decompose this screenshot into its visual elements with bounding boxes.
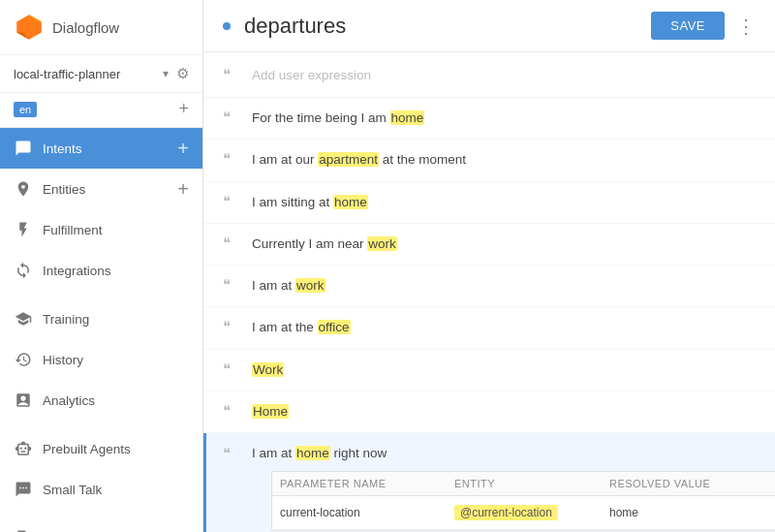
integrations-label: Integrations xyxy=(43,264,189,278)
expressions-list: ❝ Add user expression ❝ For the time bei… xyxy=(203,52,775,532)
expression-row[interactable]: ❝ Home xyxy=(203,391,775,433)
expression-row[interactable]: ❝ I am at our apartment at the moment xyxy=(203,140,775,181)
save-button[interactable]: SAVE xyxy=(651,12,725,40)
param-header-name: PARAMETER NAME xyxy=(280,478,454,489)
quote-icon: ❝ xyxy=(223,193,240,210)
expression-text: I am at the office xyxy=(252,318,756,337)
add-expression-row[interactable]: ❝ Add user expression xyxy=(203,52,775,98)
dialogflow-logo xyxy=(14,12,45,43)
prebuilt-agents-label: Prebuilt Agents xyxy=(43,442,189,456)
highlight-work: work xyxy=(367,236,397,251)
expression-text: For the time being I am home xyxy=(252,109,756,128)
expression-row[interactable]: ❝ Currently I am near work xyxy=(203,224,775,266)
param-header-entity: ENTITY xyxy=(454,478,609,489)
agent-row[interactable]: local-traffic-planner ▾ ⚙ xyxy=(0,55,202,93)
quote-icon: ❝ xyxy=(223,109,240,126)
param-entity-value: @current-location xyxy=(454,506,609,519)
highlight-apartment: apartment xyxy=(318,152,379,167)
expression-row-top: ❝ I am at home right now xyxy=(223,444,756,471)
app-name: Dialogflow xyxy=(52,19,119,36)
svg-marker-0 xyxy=(16,15,42,40)
add-intent-icon[interactable]: + xyxy=(177,139,189,158)
highlight-home: home xyxy=(333,195,368,209)
expression-text-selected: I am at home right now xyxy=(252,444,756,463)
sidebar-header: Dialogflow xyxy=(0,0,202,55)
expression-row-selected[interactable]: ❝ I am at home right now PARAMETER NAME … xyxy=(203,433,775,532)
language-row: en + xyxy=(0,93,202,128)
param-resolved-value: home xyxy=(609,506,775,519)
sidebar-item-entities[interactable]: Entities + xyxy=(0,169,202,209)
quote-icon: ❝ xyxy=(223,66,240,83)
sidebar-item-training[interactable]: Training xyxy=(0,298,202,339)
small-talk-label: Small Talk xyxy=(43,483,189,497)
intent-status-dot xyxy=(223,22,231,30)
param-name-value: current-location xyxy=(280,506,454,519)
add-entity-icon[interactable]: + xyxy=(177,179,189,199)
param-table-row: current-location @current-location home … xyxy=(272,496,775,530)
history-icon xyxy=(14,350,33,369)
quote-icon: ❝ xyxy=(223,445,240,462)
add-language-icon[interactable]: + xyxy=(178,99,189,119)
training-label: Training xyxy=(43,312,189,327)
expression-row[interactable]: ❝ I am sitting at home xyxy=(203,182,775,224)
sidebar: Dialogflow local-traffic-planner ▾ ⚙ en … xyxy=(0,0,203,532)
sidebar-item-prebuilt-agents[interactable]: Prebuilt Agents xyxy=(0,428,202,469)
param-table: PARAMETER NAME ENTITY RESOLVED VALUE cur… xyxy=(271,471,775,531)
sidebar-item-small-talk[interactable]: Small Talk xyxy=(0,469,202,510)
sidebar-item-intents[interactable]: Intents + xyxy=(0,128,202,169)
sidebar-item-analytics[interactable]: Analytics xyxy=(0,380,202,421)
analytics-icon xyxy=(14,391,33,410)
expression-text: Currently I am near work xyxy=(252,235,756,254)
agent-name: local-traffic-planner xyxy=(14,67,161,81)
history-label: History xyxy=(43,353,189,367)
param-entity-badge[interactable]: @current-location xyxy=(454,505,558,520)
quote-icon: ❝ xyxy=(223,150,240,168)
param-table-header: PARAMETER NAME ENTITY RESOLVED VALUE xyxy=(272,472,775,496)
highlight-home-selected: home xyxy=(295,446,330,460)
expression-text: I am at our apartment at the moment xyxy=(252,150,756,170)
training-icon xyxy=(14,309,33,329)
quote-icon: ❝ xyxy=(223,360,240,378)
expression-text: I am sitting at home xyxy=(252,193,756,212)
expression-text: Work xyxy=(252,360,756,380)
main-content: departures SAVE ⋮ ❝ Add user expression … xyxy=(203,0,775,532)
docs-icon xyxy=(14,528,33,532)
intent-title[interactable]: departures xyxy=(244,14,651,39)
quote-icon: ❝ xyxy=(223,402,240,420)
topbar: departures SAVE ⋮ xyxy=(203,0,775,52)
fulfillment-label: Fulfillment xyxy=(43,223,189,237)
entities-label: Entities xyxy=(43,182,177,197)
sidebar-item-history[interactable]: History xyxy=(0,339,202,380)
small-talk-icon xyxy=(14,480,33,499)
fulfillment-icon xyxy=(14,220,33,239)
highlight-work: Work xyxy=(252,362,284,377)
agent-chevron-icon[interactable]: ▾ xyxy=(163,67,169,80)
add-expression-placeholder: Add user expression xyxy=(252,68,371,82)
highlight-home: home xyxy=(390,110,425,125)
highlight-office: office xyxy=(318,320,351,334)
intents-label: Intents xyxy=(43,141,177,156)
expression-row[interactable]: ❝ Work xyxy=(203,350,775,391)
expression-row[interactable]: ❝ For the time being I am home xyxy=(203,98,775,140)
settings-icon[interactable]: ⚙ xyxy=(176,65,189,82)
sidebar-item-docs[interactable]: Docs › xyxy=(0,517,202,532)
prebuilt-agents-icon xyxy=(14,439,33,458)
param-header-resolved: RESOLVED VALUE xyxy=(609,478,775,489)
quote-icon: ❝ xyxy=(223,318,240,335)
highlight-work: work xyxy=(295,278,326,293)
expression-text: Home xyxy=(252,402,756,422)
integrations-icon xyxy=(14,261,33,280)
expression-row[interactable]: ❝ I am at work xyxy=(203,266,775,307)
expression-row[interactable]: ❝ I am at the office xyxy=(203,307,775,349)
intents-icon xyxy=(14,139,33,158)
expression-text: I am at work xyxy=(252,276,756,296)
sidebar-item-fulfillment[interactable]: Fulfillment xyxy=(0,209,202,250)
analytics-label: Analytics xyxy=(43,393,189,408)
entities-icon xyxy=(14,179,33,199)
language-badge[interactable]: en xyxy=(14,102,37,117)
quote-icon: ❝ xyxy=(223,276,240,294)
highlight-home: Home xyxy=(252,404,289,419)
sidebar-item-integrations[interactable]: Integrations xyxy=(0,250,202,291)
quote-icon: ❝ xyxy=(223,235,240,252)
more-options-icon[interactable]: ⋮ xyxy=(736,15,756,38)
